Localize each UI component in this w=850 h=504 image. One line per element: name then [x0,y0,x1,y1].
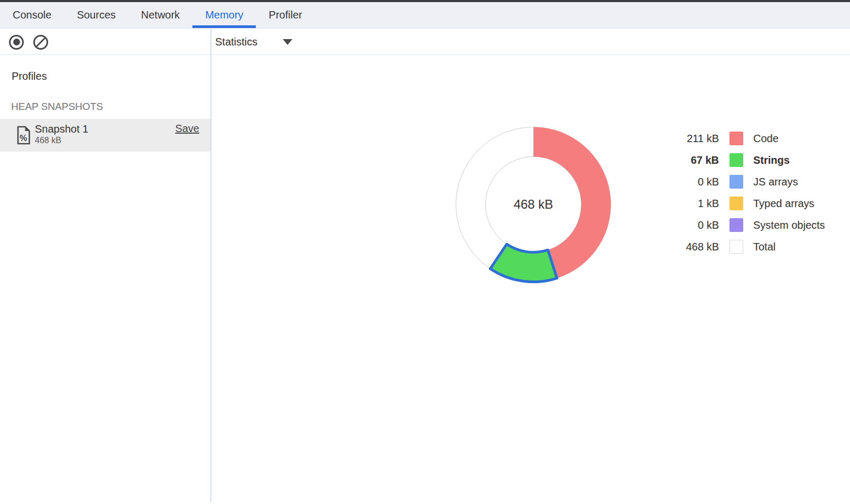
memory-donut-chart[interactable]: 468 kB [428,109,639,300]
save-snapshot-link[interactable]: Save [175,123,199,135]
statistics-label: Statistics [215,36,257,48]
legend-row-js-arrays[interactable]: 0 kB JS arrays [667,171,825,193]
memory-toolbar: Statistics [0,30,850,55]
legend-row-system-objects[interactable]: 0 kB System objects [667,214,825,236]
tab-sources[interactable]: Sources [64,2,128,28]
devtools-tab-bar: Console Sources Network Memory Profiler [0,2,850,29]
profiles-heading: Profiles [12,70,47,82]
legend-value: 67 kB [667,154,719,166]
legend-row-typed-arrays[interactable]: 1 kB Typed arrays [667,193,825,214]
donut-center-label: 468 kB [514,197,553,211]
legend-swatch [729,153,743,167]
legend-label: Strings [753,154,790,166]
legend-value: 468 kB [667,241,719,253]
legend-row-strings[interactable]: 67 kB Strings [667,150,825,171]
snapshot-size: 468 kB [35,136,88,145]
tab-console[interactable]: Console [0,2,64,28]
tab-memory[interactable]: Memory [192,2,256,28]
legend-label: System objects [753,219,825,231]
tab-network[interactable]: Network [128,2,192,28]
donut-slice-strings[interactable] [490,244,557,282]
legend-swatch [729,240,743,254]
legend-value: 1 kB [667,198,719,210]
legend-value: 0 kB [667,219,719,231]
pane-divider[interactable] [210,29,211,502]
legend-swatch [729,218,743,232]
heap-snapshot-document-icon: % [16,126,32,145]
snapshot-title: Snapshot 1 [35,122,88,136]
legend-label: Total [753,241,775,253]
heap-snapshots-section-heading: HEAP SNAPSHOTS [11,101,103,113]
legend-label: Code [753,133,779,145]
clear-slash [35,36,47,48]
legend-row-code[interactable]: 211 kB Code [667,128,825,150]
chevron-down-icon [283,39,292,45]
profiles-sidebar: Profiles HEAP SNAPSHOTS % Snapshot 1 468… [0,55,210,504]
legend-label: Typed arrays [753,198,815,210]
tab-profiler[interactable]: Profiler [256,2,315,28]
clear-icon[interactable] [33,35,48,50]
legend-label: JS arrays [753,176,798,188]
legend-swatch [729,197,743,210]
record-dot [13,39,20,45]
snapshot-list-item[interactable]: % Snapshot 1 468 kB Save [0,119,210,152]
legend-swatch [729,132,743,145]
legend-value: 211 kB [667,133,719,145]
record-icon[interactable] [9,35,24,50]
statistics-dropdown[interactable]: Statistics [215,30,292,55]
svg-text:%: % [20,134,27,143]
chart-legend: 211 kB Code 67 kB Strings 0 kB JS arrays… [667,128,825,258]
statistics-view: 468 kB 211 kB Code 67 kB Strings 0 kB JS… [212,56,850,504]
legend-value: 0 kB [667,176,719,188]
legend-swatch [729,175,743,189]
snapshot-texts: Snapshot 1 468 kB [35,122,88,145]
legend-row-total[interactable]: 468 kB Total [667,236,825,258]
